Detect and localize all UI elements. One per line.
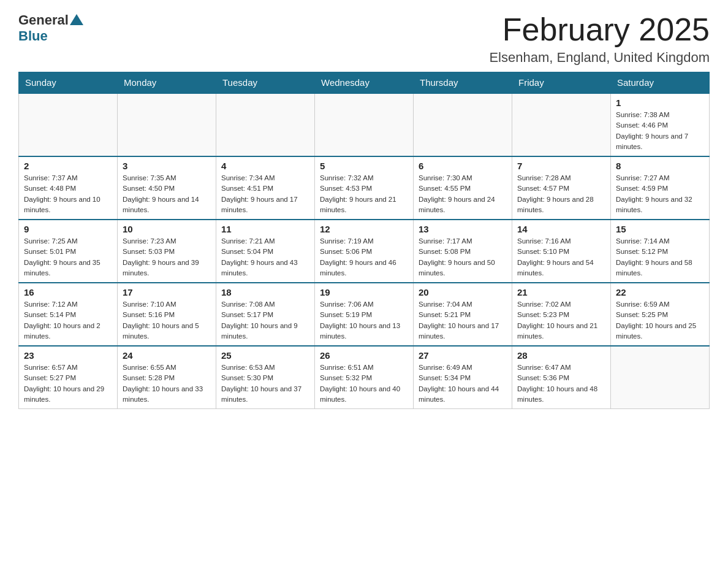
calendar-cell: 14Sunrise: 7:16 AMSunset: 5:10 PMDayligh…	[512, 220, 611, 283]
calendar-cell	[611, 346, 710, 409]
day-number: 13	[419, 224, 507, 234]
weekday-header-friday: Friday	[512, 72, 611, 94]
day-number: 18	[221, 287, 309, 297]
day-number: 2	[24, 161, 112, 171]
day-info-text: Sunset: 5:06 PM	[320, 247, 408, 257]
day-info-text: Sunrise: 7:34 AM	[221, 173, 309, 183]
calendar-cell: 17Sunrise: 7:10 AMSunset: 5:16 PMDayligh…	[118, 283, 216, 346]
day-info-text: Daylight: 9 hours and 39 minutes.	[123, 258, 211, 279]
day-number: 27	[419, 350, 507, 361]
day-number: 24	[123, 350, 211, 361]
day-info-text: Daylight: 10 hours and 2 minutes.	[24, 321, 112, 342]
calendar-cell: 22Sunrise: 6:59 AMSunset: 5:25 PMDayligh…	[611, 283, 710, 346]
calendar-cell: 3Sunrise: 7:35 AMSunset: 4:50 PMDaylight…	[118, 156, 216, 220]
calendar-cell: 20Sunrise: 7:04 AMSunset: 5:21 PMDayligh…	[414, 283, 512, 346]
day-info-text: Daylight: 9 hours and 24 minutes.	[419, 194, 507, 216]
day-info-text: Sunrise: 6:51 AM	[320, 362, 408, 373]
day-info-text: Daylight: 9 hours and 32 minutes.	[616, 194, 704, 216]
calendar-cell: 25Sunrise: 6:53 AMSunset: 5:30 PMDayligh…	[216, 346, 315, 409]
day-info-text: Daylight: 10 hours and 48 minutes.	[517, 384, 605, 405]
day-info-text: Sunrise: 6:55 AM	[123, 362, 211, 373]
day-number: 7	[517, 161, 605, 171]
day-info-text: Daylight: 10 hours and 44 minutes.	[419, 384, 507, 405]
day-number: 10	[123, 224, 211, 234]
day-info-text: Daylight: 10 hours and 25 minutes.	[616, 321, 704, 342]
day-info-text: Sunset: 5:10 PM	[517, 247, 605, 257]
svg-marker-0	[70, 14, 83, 25]
calendar-cell: 19Sunrise: 7:06 AMSunset: 5:19 PMDayligh…	[315, 283, 414, 346]
calendar-cell: 21Sunrise: 7:02 AMSunset: 5:23 PMDayligh…	[512, 283, 611, 346]
day-info-text: Sunrise: 7:27 AM	[616, 173, 704, 183]
day-info-text: Daylight: 9 hours and 54 minutes.	[517, 258, 605, 279]
calendar-cell: 6Sunrise: 7:30 AMSunset: 4:55 PMDaylight…	[414, 156, 512, 220]
day-info-text: Daylight: 9 hours and 35 minutes.	[24, 258, 112, 279]
day-info-text: Sunset: 4:57 PM	[517, 183, 605, 194]
calendar-cell: 9Sunrise: 7:25 AMSunset: 5:01 PMDaylight…	[19, 220, 118, 283]
day-info-text: Sunrise: 7:28 AM	[517, 173, 605, 183]
day-info-text: Sunrise: 7:25 AM	[24, 236, 112, 247]
day-info-text: Sunrise: 7:12 AM	[24, 299, 112, 310]
calendar-table: SundayMondayTuesdayWednesdayThursdayFrid…	[18, 72, 710, 409]
calendar-cell: 26Sunrise: 6:51 AMSunset: 5:32 PMDayligh…	[315, 346, 414, 409]
day-number: 17	[123, 287, 211, 297]
day-info-text: Daylight: 10 hours and 40 minutes.	[320, 384, 408, 405]
day-info-text: Sunrise: 7:21 AM	[221, 236, 309, 247]
day-number: 20	[419, 287, 507, 297]
day-info-text: Daylight: 10 hours and 37 minutes.	[221, 384, 309, 405]
day-info-text: Sunrise: 7:30 AM	[419, 173, 507, 183]
day-info-text: Sunrise: 7:02 AM	[517, 299, 605, 310]
day-number: 16	[24, 287, 112, 297]
logo-triangle-icon	[70, 14, 83, 25]
calendar-cell: 8Sunrise: 7:27 AMSunset: 4:59 PMDaylight…	[611, 156, 710, 220]
calendar-cell: 2Sunrise: 7:37 AMSunset: 4:48 PMDaylight…	[19, 156, 118, 220]
day-number: 21	[517, 287, 605, 297]
day-info-text: Sunrise: 7:08 AM	[221, 299, 309, 310]
day-info-text: Daylight: 9 hours and 28 minutes.	[517, 194, 605, 216]
day-info-text: Sunset: 5:08 PM	[419, 247, 507, 257]
day-info-text: Sunset: 5:12 PM	[616, 247, 704, 257]
calendar-week-row: 16Sunrise: 7:12 AMSunset: 5:14 PMDayligh…	[19, 283, 710, 346]
day-info-text: Daylight: 9 hours and 43 minutes.	[221, 258, 309, 279]
calendar-cell: 5Sunrise: 7:32 AMSunset: 4:53 PMDaylight…	[315, 156, 414, 220]
calendar-cell: 15Sunrise: 7:14 AMSunset: 5:12 PMDayligh…	[611, 220, 710, 283]
calendar-cell	[315, 93, 414, 156]
calendar-cell: 27Sunrise: 6:49 AMSunset: 5:34 PMDayligh…	[414, 346, 512, 409]
day-info-text: Sunset: 4:46 PM	[616, 120, 704, 131]
day-info-text: Sunrise: 7:35 AM	[123, 173, 211, 183]
calendar-cell: 16Sunrise: 7:12 AMSunset: 5:14 PMDayligh…	[19, 283, 118, 346]
day-info-text: Daylight: 9 hours and 17 minutes.	[221, 194, 309, 216]
day-info-text: Sunset: 5:04 PM	[221, 247, 309, 257]
day-info-text: Sunrise: 6:49 AM	[419, 362, 507, 373]
calendar-cell: 28Sunrise: 6:47 AMSunset: 5:36 PMDayligh…	[512, 346, 611, 409]
calendar-cell: 10Sunrise: 7:23 AMSunset: 5:03 PMDayligh…	[118, 220, 216, 283]
day-info-text: Sunset: 5:03 PM	[123, 247, 211, 257]
weekday-header-thursday: Thursday	[414, 72, 512, 94]
day-info-text: Sunrise: 6:47 AM	[517, 362, 605, 373]
day-info-text: Sunset: 5:30 PM	[221, 373, 309, 383]
day-number: 4	[221, 161, 309, 171]
calendar-cell: 7Sunrise: 7:28 AMSunset: 4:57 PMDaylight…	[512, 156, 611, 220]
calendar-cell	[512, 93, 611, 156]
day-number: 25	[221, 350, 309, 361]
day-info-text: Sunset: 5:14 PM	[24, 310, 112, 320]
day-number: 5	[320, 161, 408, 171]
calendar-week-row: 1Sunrise: 7:38 AMSunset: 4:46 PMDaylight…	[19, 93, 710, 156]
title-block: February 2025 Elsenham, England, United …	[489, 12, 710, 66]
logo-blue-text: Blue	[18, 28, 83, 44]
day-info-text: Sunset: 4:48 PM	[24, 183, 112, 194]
day-info-text: Sunset: 5:32 PM	[320, 373, 408, 383]
day-info-text: Sunset: 4:53 PM	[320, 183, 408, 194]
weekday-header-row: SundayMondayTuesdayWednesdayThursdayFrid…	[19, 72, 710, 94]
day-info-text: Sunset: 5:27 PM	[24, 373, 112, 383]
day-number: 8	[616, 161, 704, 171]
day-number: 3	[123, 161, 211, 171]
day-number: 14	[517, 224, 605, 234]
day-info-text: Sunrise: 7:38 AM	[616, 110, 704, 120]
day-number: 22	[616, 287, 704, 297]
day-number: 12	[320, 224, 408, 234]
day-info-text: Sunset: 4:51 PM	[221, 183, 309, 194]
day-info-text: Sunset: 5:23 PM	[517, 310, 605, 320]
day-info-text: Daylight: 10 hours and 33 minutes.	[123, 384, 211, 405]
calendar-cell: 4Sunrise: 7:34 AMSunset: 4:51 PMDaylight…	[216, 156, 315, 220]
day-info-text: Daylight: 9 hours and 58 minutes.	[616, 258, 704, 279]
